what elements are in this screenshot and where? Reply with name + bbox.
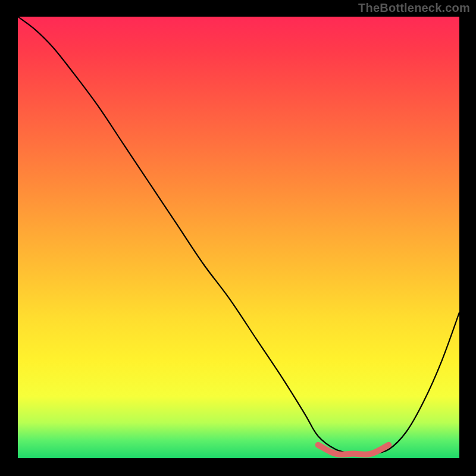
- optimal-range-highlight: [318, 445, 389, 455]
- curve-layer: [18, 17, 459, 458]
- plot-area: [18, 17, 459, 458]
- chart-stage: TheBottleneck.com: [0, 0, 476, 476]
- watermark-text: TheBottleneck.com: [358, 1, 470, 15]
- bottleneck-curve: [18, 17, 459, 455]
